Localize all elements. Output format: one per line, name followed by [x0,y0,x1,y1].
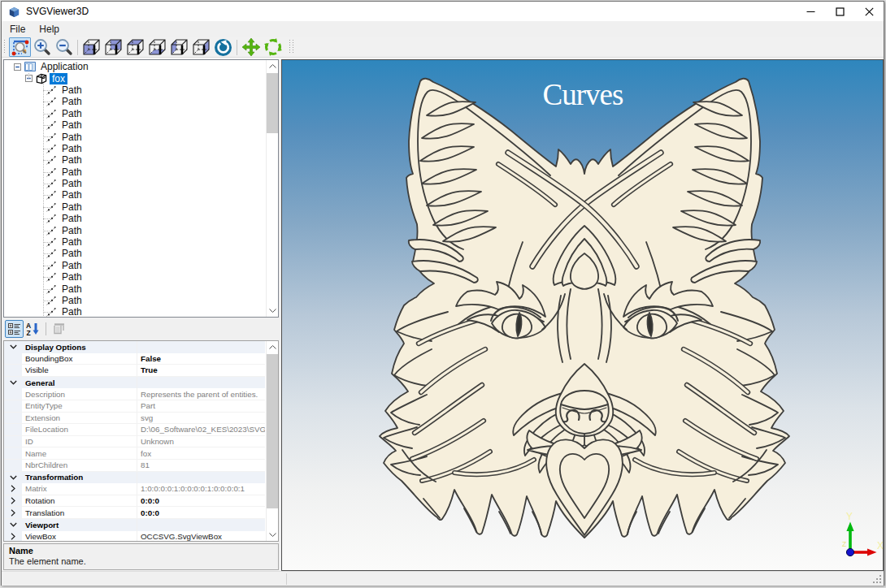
prop-value[interactable]: Part [137,400,265,412]
prop-row-viewbox[interactable]: ViewBoxOCCSVG.SvgViewBox [4,531,265,543]
tree-label[interactable]: fox [50,73,67,84]
prop-name[interactable]: EntityType [22,400,137,412]
view-left-button[interactable] [168,37,190,57]
viewport-3d[interactable]: Curves Y X Z [281,59,884,571]
alphabetical-button[interactable]: AZ [24,320,42,338]
prop-name[interactable]: FileLocation [22,424,137,435]
prop-scroll-down[interactable] [267,529,279,541]
prop-value[interactable]: OCCSVG.SvgViewBox [137,531,265,543]
prop-name[interactable]: Extension [22,413,137,424]
category-collapse-icon[interactable] [4,341,22,353]
prop-name[interactable]: Description [22,388,137,400]
prop-value[interactable]: fox [137,447,265,459]
tree-item-application[interactable]: Application [4,61,265,72]
prop-row-visible[interactable]: VisibleTrue [4,365,265,377]
tree-label[interactable]: Path [59,132,85,143]
tree-label[interactable]: Path [59,225,85,236]
minimize-button[interactable] [796,2,825,21]
tree-scroll-up[interactable] [267,60,279,72]
rotate-button[interactable] [262,37,284,57]
reset-view-button[interactable] [212,37,234,57]
menu-file[interactable]: File [4,22,31,37]
prop-expand-margin[interactable] [4,495,22,507]
prop-name[interactable]: Visible [22,365,137,376]
tree-scroll-thumb[interactable] [267,73,279,133]
prop-row-id[interactable]: IDUnknown [4,436,265,448]
tree-label[interactable]: Path [59,260,85,271]
prop-name[interactable]: ViewBox [22,531,137,543]
maximize-button[interactable] [825,2,854,21]
tree-scrollbar[interactable] [266,60,278,317]
tree-expander-icon[interactable] [14,63,21,71]
pan-button[interactable] [240,37,262,57]
prop-row-boundingbox[interactable]: BoundingBoxFalse [4,353,265,365]
zoom-out-button[interactable] [53,37,75,57]
prop-name[interactable]: ID [22,436,137,447]
prop-scroll-up[interactable] [267,341,279,353]
tree-label[interactable]: Path [59,213,85,224]
prop-value[interactable]: D:\06_Software\02_KES\2023\SVGSerial [137,424,265,435]
prop-value[interactable]: 0:0:0 [137,507,265,518]
prop-category-display-options[interactable]: Display Options [4,341,265,353]
tree-label[interactable]: Path [59,283,85,295]
prop-category-viewport[interactable]: Viewport [4,519,265,531]
prop-value[interactable]: 1:0:0:0:0:1:0:0:0:0:1:0:0:0:0:1 [137,483,265,495]
prop-row-description[interactable]: DescriptionRepresents the parent of enti… [4,388,265,400]
view-back-button[interactable] [102,37,124,57]
tree-scroll-down[interactable] [267,305,279,317]
prop-value[interactable]: svg [137,413,265,424]
prop-row-nbrchildren[interactable]: NbrChildren81 [4,460,265,472]
prop-category-transformation[interactable]: Transformation [4,472,265,484]
prop-expand-margin[interactable] [4,507,22,518]
tree-label[interactable]: Path [59,166,85,178]
prop-name[interactable]: NbrChildren [22,460,137,471]
close-button[interactable] [854,2,884,21]
prop-value[interactable]: False [137,353,265,365]
prop-value[interactable]: True [137,365,265,376]
prop-expand-margin[interactable] [4,483,22,495]
tree-label[interactable]: Path [59,201,85,213]
property-pages-button[interactable] [50,320,68,338]
prop-row-name[interactable]: Namefox [4,447,265,460]
tree-label[interactable]: Path [59,295,85,306]
tree-label[interactable]: Path [59,143,85,154]
toolbar-grip[interactable] [3,40,7,54]
prop-row-rotation[interactable]: Rotation0:0:0 [4,495,265,508]
prop-name[interactable]: Name [22,447,137,459]
prop-value[interactable]: Represents the parent of entities. [137,388,265,400]
toolbar-grip[interactable] [289,40,294,54]
prop-value[interactable]: 81 [137,460,265,471]
prop-row-entitytype[interactable]: EntityTypePart [4,400,265,413]
prop-name[interactable]: Rotation [22,495,137,507]
tree-label[interactable]: Path [59,154,85,166]
tree-label[interactable]: Path [59,96,85,107]
prop-category-general[interactable]: General [4,377,265,389]
prop-row-translation[interactable]: Translation0:0:0 [4,507,265,519]
zoom-in-button[interactable] [31,37,53,57]
view-top-button[interactable] [124,37,146,57]
prop-scrollbar[interactable] [266,341,278,541]
prop-name[interactable]: BoundingBox [22,353,137,365]
prop-name[interactable]: Translation [22,507,137,518]
prop-name[interactable]: Matrix [22,483,137,495]
prop-row-matrix[interactable]: Matrix1:0:0:0:0:1:0:0:0:0:1:0:0:0:0:1 [4,483,265,495]
tree-label[interactable]: Path [59,119,85,131]
prop-row-extension[interactable]: Extensionsvg [4,413,265,425]
categorized-button[interactable] [5,320,24,338]
view-front-button[interactable] [80,37,102,57]
tree-label[interactable]: Path [59,108,85,119]
prop-expand-margin[interactable] [4,531,22,543]
zoom-window-button[interactable] [9,37,31,57]
tree-label[interactable]: Path [59,271,85,283]
category-collapse-icon[interactable] [4,472,22,484]
tree-label[interactable]: Path [59,189,85,201]
view-right-button[interactable] [190,37,212,57]
prop-value[interactable]: 0:0:0 [137,495,265,507]
tree-label[interactable]: Application [38,61,91,72]
resize-grip[interactable] [872,574,882,584]
tree-label[interactable]: Path [59,248,85,259]
tree-label[interactable]: Path [59,306,85,318]
tree-label[interactable]: Path [59,236,85,248]
prop-value[interactable]: Unknown [137,436,265,447]
prop-scroll-thumb[interactable] [267,354,279,508]
